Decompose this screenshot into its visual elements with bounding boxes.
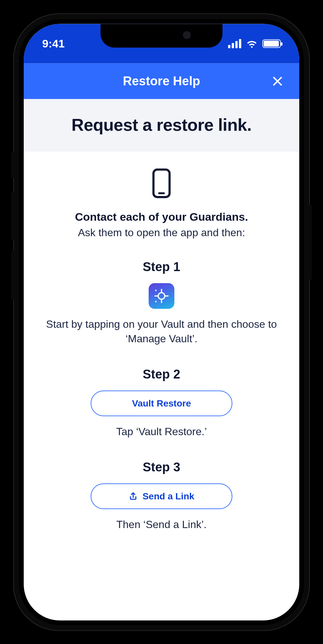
send-link-button[interactable]: Send a Link (91, 483, 232, 509)
device-notch (101, 24, 222, 47)
status-time: 9:41 (42, 37, 65, 50)
device-bezel: 9:41 Restore Help (19, 19, 304, 625)
vault-restore-label: Vault Restore (132, 398, 191, 409)
intro-heading: Contact each of your Guardians. (36, 210, 287, 223)
step-3-title: Step 3 (36, 460, 287, 474)
device-mute-switch (11, 152, 15, 178)
share-icon (129, 491, 138, 501)
page-subheader: Request a restore link. (24, 99, 299, 152)
step-2: Step 2 Vault Restore Tap ‘Vault Restore.… (36, 367, 287, 439)
svg-point-10 (155, 301, 157, 302)
step-3: Step 3 Send a Link Then ‘Send a Link’. (36, 460, 287, 532)
step-1-title: Step 1 (36, 260, 287, 274)
step-1: Step 1 Start by tapping on your Vault (36, 260, 287, 346)
screen: 9:41 Restore Help (24, 24, 299, 620)
step-1-text: Start by tapping on your Vault and then … (36, 317, 287, 346)
phone-icon (152, 168, 171, 198)
battery-icon (262, 39, 281, 48)
step-3-text: Then ‘Send a Link’. (36, 517, 287, 532)
device-volume-up (11, 191, 15, 240)
vault-restore-button[interactable]: Vault Restore (91, 391, 232, 416)
device-frame: 9:41 Restore Help (13, 13, 310, 631)
phone-illustration (36, 168, 287, 198)
close-button[interactable] (270, 74, 285, 88)
send-link-label: Send a Link (142, 491, 194, 501)
vault-icon (154, 288, 169, 303)
svg-point-4 (158, 293, 165, 299)
device-volume-down (11, 250, 15, 300)
vault-app-icon (149, 283, 174, 309)
intro-subtext: Ask them to open the app and then: (36, 226, 287, 238)
content-area: Contact each of your Guardians. Ask them… (24, 152, 299, 551)
cellular-signal-icon (228, 39, 241, 48)
status-indicators (228, 39, 281, 48)
svg-point-9 (155, 290, 157, 291)
page-title: Request a restore link. (34, 115, 289, 134)
nav-title: Restore Help (123, 74, 200, 88)
step-2-title: Step 2 (36, 367, 287, 381)
device-power-button (308, 204, 312, 280)
close-icon (272, 75, 283, 87)
navigation-bar: Restore Help (24, 63, 299, 99)
step-2-text: Tap ‘Vault Restore.’ (36, 424, 287, 439)
wifi-icon (246, 39, 258, 48)
